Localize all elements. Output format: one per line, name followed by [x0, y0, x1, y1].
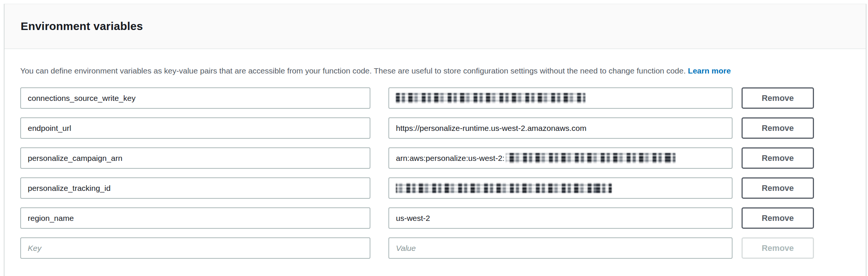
- remove-button[interactable]: Remove: [742, 147, 814, 169]
- env-var-row: Remove: [20, 117, 866, 139]
- panel-title: Environment variables: [21, 20, 143, 33]
- redacted-value: [506, 153, 675, 163]
- key-input[interactable]: [20, 147, 370, 169]
- key-input[interactable]: [20, 87, 370, 109]
- value-prefix-text: arn:aws:personalize:us-west-2:: [396, 154, 504, 163]
- key-input[interactable]: [20, 237, 370, 259]
- remove-button[interactable]: Remove: [742, 117, 814, 139]
- key-input[interactable]: [20, 117, 370, 139]
- env-var-row-empty: Remove: [20, 237, 866, 259]
- redacted-value: [396, 93, 585, 103]
- panel-description: You can define environment variables as …: [20, 66, 866, 76]
- value-input[interactable]: [388, 87, 733, 109]
- remove-button[interactable]: Remove: [742, 177, 814, 199]
- remove-button-disabled: Remove: [742, 237, 814, 259]
- value-input[interactable]: [388, 237, 733, 259]
- value-input[interactable]: [388, 117, 733, 139]
- env-var-rows: Remove Remove arn:aws:personalize:us-wes…: [20, 87, 866, 259]
- value-input[interactable]: [388, 207, 733, 229]
- value-input[interactable]: [388, 177, 733, 199]
- remove-button[interactable]: Remove: [742, 87, 814, 109]
- panel-body: You can define environment variables as …: [5, 49, 866, 259]
- redacted-value: [396, 183, 612, 193]
- environment-variables-panel: Environment variables You can define env…: [4, 4, 866, 276]
- description-text: You can define environment variables as …: [20, 66, 686, 75]
- value-input[interactable]: arn:aws:personalize:us-west-2:: [388, 147, 733, 169]
- panel-header: Environment variables: [5, 4, 866, 49]
- env-var-row: Remove: [20, 177, 866, 199]
- env-var-row: Remove: [20, 207, 866, 229]
- remove-button[interactable]: Remove: [742, 207, 814, 229]
- learn-more-link[interactable]: Learn more: [688, 66, 731, 75]
- env-var-row: arn:aws:personalize:us-west-2: Remove: [20, 147, 866, 169]
- key-input[interactable]: [20, 207, 370, 229]
- env-var-row: Remove: [20, 87, 866, 109]
- key-input[interactable]: [20, 177, 370, 199]
